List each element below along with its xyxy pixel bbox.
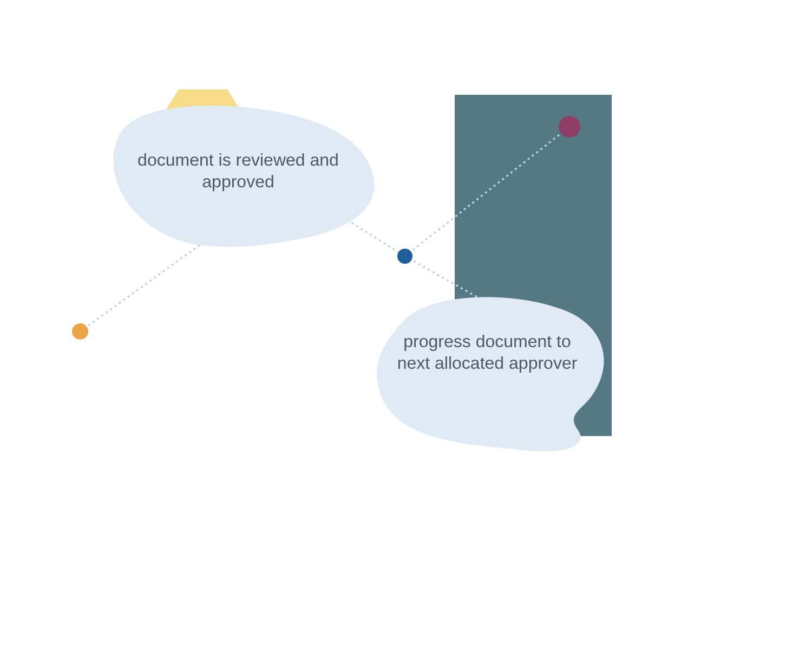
- node-dot-orange: [72, 323, 88, 340]
- node-dot-plum: [559, 116, 580, 138]
- blob-top: [113, 106, 374, 247]
- diagram-canvas: document is reviewed and approved progre…: [0, 0, 812, 650]
- blob-bottom: [377, 297, 604, 452]
- diagram-svg: [0, 0, 812, 650]
- connector-orange-to-top: [80, 233, 217, 332]
- node-dot-center: [397, 249, 412, 264]
